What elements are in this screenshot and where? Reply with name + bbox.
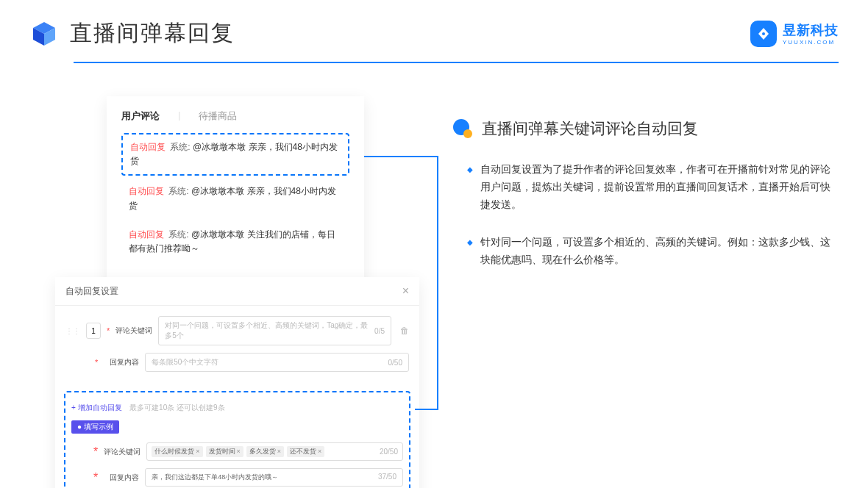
keyword-input[interactable]: 对同一个问题，可设置多个相近、高频的关键词，Tag确定，最多5个 0/5	[158, 316, 391, 345]
svg-point-3	[762, 32, 765, 35]
add-auto-reply-link[interactable]: + 增加自动回复	[71, 403, 122, 412]
tab-separator: |	[178, 110, 180, 123]
required-star: *	[95, 358, 98, 367]
drag-handle-icon[interactable]: ⋮⋮	[65, 327, 80, 335]
brand-name: 昱新科技	[783, 21, 839, 39]
required-star: *	[107, 326, 110, 335]
chat-bubble-icon	[452, 118, 473, 139]
svg-point-5	[463, 129, 472, 138]
example-content-input[interactable]: 亲，我们这边都是下单48小时内发货的哦～ 37/50	[145, 468, 403, 487]
section-title: 直播间弹幕关键词评论自动回复	[482, 118, 698, 139]
bullet-item: 针对同一个问题，可设置多个相近的、高频的关键词。例如：这款多少钱、这块能优惠吗、…	[467, 234, 839, 269]
index-box: 1	[86, 323, 101, 339]
example-keyword-label: 评论关键词	[104, 447, 140, 457]
example-chip: ● 填写示例	[71, 420, 119, 434]
comment-row-highlighted: 自动回复 系统: @冰墩墩本墩 亲亲，我们48小时内发货	[121, 133, 349, 176]
cube-icon	[29, 19, 59, 49]
content-label: 回复内容	[104, 357, 139, 367]
trash-icon[interactable]: 🗑	[397, 326, 409, 336]
close-icon[interactable]: ×	[402, 284, 409, 298]
auto-reply-tag: 自动回复	[130, 142, 166, 152]
auto-reply-tag: 自动回复	[129, 229, 164, 240]
add-hint: 最多可建10条 还可以创建9条	[129, 403, 224, 412]
page-title: 直播间弹幕回复	[70, 18, 235, 49]
tag-item[interactable]: 什么时候发货×	[152, 446, 202, 457]
settings-title: 自动回复设置	[65, 285, 118, 298]
content-input[interactable]: 每条限50个中文字符 0/50	[145, 353, 409, 372]
tag-item[interactable]: 还不发货×	[287, 446, 324, 457]
settings-panel: 自动回复设置 × ⋮⋮ 1 * 评论关键词 对同一个问题，可设置多个相近、高频的…	[55, 277, 419, 488]
example-keyword-input[interactable]: 什么时候发货× 发货时间× 多久发货× 还不发货× 20/50	[146, 442, 403, 461]
required-star: *	[93, 471, 98, 484]
comment-row: 自动回复 系统: @冰墩墩本墩 亲亲，我们48小时内发货	[121, 179, 349, 218]
keyword-label: 评论关键词	[115, 326, 152, 336]
brand-domain: YUUXIN.COM	[783, 39, 839, 46]
brand-icon	[750, 21, 777, 47]
example-content-label: 回复内容	[104, 473, 139, 483]
brand-logo: 昱新科技 YUUXIN.COM	[750, 21, 839, 47]
tab-comments[interactable]: 用户评论	[121, 110, 160, 123]
tab-products[interactable]: 待播商品	[199, 110, 237, 123]
bullet-item: 自动回复设置为了提升作者的评论回复效率，作者可在开播前针对常见的评论用户问题，提…	[467, 161, 839, 213]
example-section: + 增加自动回复 最多可建10条 还可以创建9条 ● 填写示例 * 评论关键词 …	[64, 391, 410, 488]
tag-item[interactable]: 多久发货×	[246, 446, 284, 457]
required-star: *	[93, 445, 98, 459]
auto-reply-tag: 自动回复	[129, 186, 164, 196]
tag-item[interactable]: 发货时间×	[206, 446, 243, 457]
comments-panel: 用户评论 | 待播商品 自动回复 系统: @冰墩墩本墩 亲亲，我们48小时内发货…	[107, 96, 364, 283]
comment-row: 自动回复 系统: @冰墩墩本墩 关注我们的店铺，每日都有热门推荐呦～	[121, 222, 349, 262]
